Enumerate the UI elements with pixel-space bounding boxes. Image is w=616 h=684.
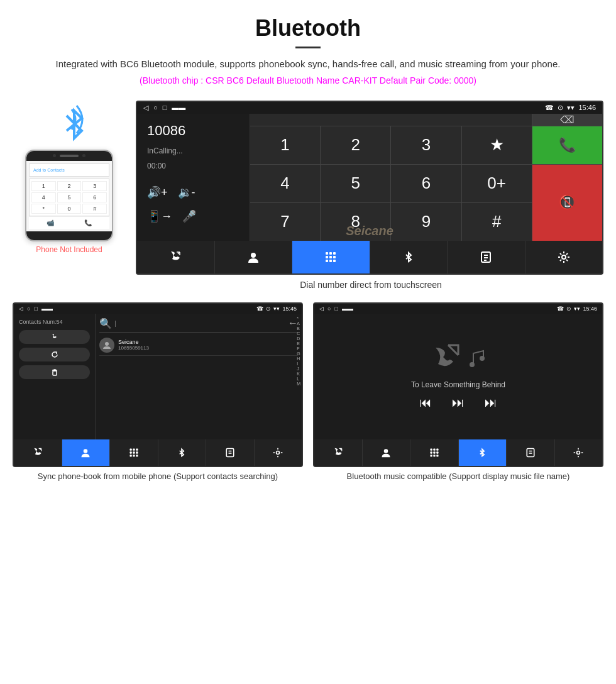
svg-rect-7: [326, 260, 328, 262]
phone-camera: [53, 154, 56, 157]
svg-rect-42: [433, 455, 435, 456]
svg-rect-18: [129, 448, 131, 450]
svg-rect-35: [430, 448, 432, 450]
svg-point-32: [470, 362, 475, 367]
keypad-backspace-button[interactable]: ⌫: [532, 114, 602, 126]
ms-nav-bluetooth[interactable]: [459, 439, 507, 466]
music-phone-call-icon: [429, 343, 461, 374]
ct-wifi-icon: ▾▾: [273, 306, 280, 312]
car-volume-down-icon[interactable]: 🔉-: [178, 185, 195, 199]
car-left-panel: 10086 InCalling... 00:00 🔊+ 🔉- 📱→ 🎤: [137, 114, 250, 241]
ct-nav-settings[interactable]: [255, 439, 302, 466]
keypad-end-call-button[interactable]: 📵: [532, 165, 602, 241]
contacts-entry-name: Seicane: [118, 339, 149, 345]
keypad-key-star[interactable]: ★: [462, 126, 532, 164]
car-nav-bluetooth[interactable]: [370, 241, 448, 273]
contacts-count-label: Contacts Num:54: [19, 319, 90, 325]
car-back-icon: ◁: [143, 104, 148, 112]
car-nav-contacts[interactable]: [215, 241, 293, 273]
ct-nav-bluetooth[interactable]: [158, 439, 207, 466]
ct-nav-call[interactable]: [14, 439, 62, 466]
keypad-key-5[interactable]: 5: [321, 165, 390, 202]
car-wifi-icon: ▾▾: [567, 104, 575, 112]
svg-line-31: [448, 345, 458, 355]
car-nav-call-switch[interactable]: [137, 241, 215, 273]
car-bottom-nav: [137, 241, 602, 273]
keypad-key-7[interactable]: 7: [250, 203, 320, 241]
ct-recent-icon: □: [34, 306, 37, 312]
ct-nav-contacts[interactable]: [62, 439, 111, 466]
svg-rect-1: [326, 252, 328, 255]
car-volume-up-icon[interactable]: 🔊+: [147, 185, 168, 199]
ms-phone-icon: ☎: [557, 306, 564, 312]
contacts-search-input[interactable]: [114, 319, 165, 327]
keypad-key-4[interactable]: 4: [250, 165, 320, 202]
keypad-call-button[interactable]: 📞: [532, 126, 602, 164]
dialer-key-hash[interactable]: #: [82, 204, 107, 214]
phone-video-icon[interactable]: 📹: [47, 219, 54, 226]
ct-nav-dialpad[interactable]: [110, 439, 158, 466]
keypad-key-8[interactable]: 8: [321, 203, 390, 241]
ms-wifi-icon: ▾▾: [574, 306, 580, 312]
car-transfer-icon[interactable]: 📱→: [147, 209, 172, 223]
page-header: Bluetooth Integrated with BC6 Bluetooth …: [0, 0, 616, 94]
contacts-call-button[interactable]: [19, 330, 90, 344]
car-mic-icon[interactable]: 🎤: [182, 209, 196, 223]
dialer-key-4[interactable]: 4: [31, 192, 56, 202]
ms-nav-settings[interactable]: [555, 439, 603, 466]
dialer-key-1[interactable]: 1: [31, 181, 56, 191]
music-play-pause-button[interactable]: ⏭: [452, 395, 465, 410]
ms-time: 15:46: [583, 306, 597, 312]
contacts-sync-button[interactable]: [19, 348, 90, 361]
car-status-right: ☎ ⊙ ▾▾ 15:46: [545, 104, 596, 112]
music-next-button[interactable]: ⏭: [485, 395, 497, 410]
page-title: Bluetooth: [13, 15, 603, 41]
contacts-entry-seicane[interactable]: Seicane 10655059113: [99, 335, 298, 356]
dialer-key-3[interactable]: 3: [82, 181, 107, 191]
svg-rect-21: [129, 451, 131, 453]
bt-waves-icon: [68, 103, 87, 138]
car-nav-dialpad[interactable]: [292, 241, 370, 273]
svg-rect-38: [430, 451, 432, 453]
dialer-key-0[interactable]: 0: [57, 204, 82, 214]
bluetooth-icon-area: [44, 101, 94, 145]
ct-nav-files[interactable]: [206, 439, 255, 466]
svg-rect-2: [329, 252, 332, 255]
keypad-key-1[interactable]: 1: [250, 126, 320, 164]
keypad-key-6[interactable]: 6: [391, 165, 461, 202]
car-dialer-screen: ◁ ○ □ ▬▬ ☎ ⊙ ▾▾ 15:46 10086 InCalling...: [136, 101, 603, 275]
ms-signal-icon: ▬▬: [342, 306, 353, 312]
music-icon-area: [429, 343, 487, 374]
keypad-key-2[interactable]: 2: [321, 126, 390, 164]
svg-rect-20: [136, 448, 138, 450]
keypad-key-9[interactable]: 9: [391, 203, 461, 241]
keypad-key-3[interactable]: 3: [391, 126, 461, 164]
svg-rect-9: [333, 260, 336, 262]
car-nav-files[interactable]: [448, 241, 525, 273]
phone-column: Add to Contacts 1 2 3 4 5 6 * 0 # 📹 📞: [13, 101, 126, 254]
dialer-key-5[interactable]: 5: [57, 192, 82, 202]
ms-nav-files[interactable]: [507, 439, 555, 466]
ms-nav-dialpad[interactable]: [410, 439, 459, 466]
dialer-key-6[interactable]: 6: [82, 192, 107, 202]
music-prev-button[interactable]: ⏮: [419, 395, 432, 410]
car-calling-status: InCalling...: [147, 146, 239, 155]
music-controls: ⏮ ⏭ ⏭: [419, 395, 497, 410]
contacts-search-bar: 🔍 ←: [99, 317, 298, 333]
dialer-key-star[interactable]: *: [31, 204, 56, 214]
ms-nav-contacts[interactable]: [363, 439, 411, 466]
svg-point-0: [251, 253, 256, 258]
music-note-icon: [465, 347, 487, 370]
keypad-key-0plus[interactable]: 0+: [462, 165, 532, 202]
svg-point-16: [105, 342, 109, 346]
music-caption: Bluetooth music compatible (Support disp…: [313, 471, 603, 482]
contacts-search-icon: 🔍: [99, 317, 112, 329]
contacts-delete-button[interactable]: [19, 365, 90, 379]
page-description: Integrated with BC6 Bluetooth module, su…: [13, 57, 603, 72]
car-nav-settings[interactable]: [525, 241, 603, 273]
car-screen-column: ◁ ○ □ ▬▬ ☎ ⊙ ▾▾ 15:46 10086 InCalling...: [136, 101, 603, 275]
phone-call-icon[interactable]: 📞: [84, 219, 92, 226]
keypad-key-hash[interactable]: #: [462, 203, 532, 241]
ms-nav-call[interactable]: [314, 439, 363, 466]
dialer-key-2[interactable]: 2: [57, 181, 82, 191]
